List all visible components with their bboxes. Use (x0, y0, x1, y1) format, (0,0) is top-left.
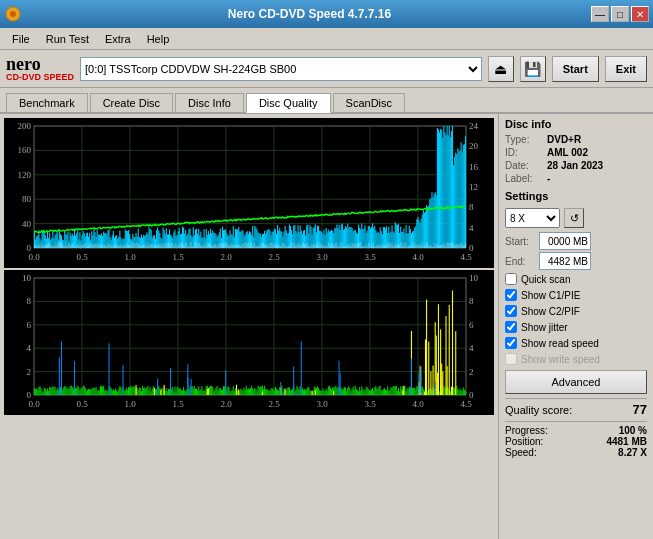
svg-point-1 (10, 11, 16, 17)
tab-create-disc[interactable]: Create Disc (90, 93, 173, 112)
menu-bar: File Run Test Extra Help (0, 28, 653, 50)
write-speed-row: Show write speed (505, 353, 647, 365)
jitter-row: Show jitter (505, 321, 647, 333)
tabs-bar: Benchmark Create Disc Disc Info Disc Qua… (0, 88, 653, 114)
progress-value: 100 % (619, 425, 647, 436)
cd-dvd-text: CD-DVD SPEED (6, 73, 74, 82)
maximize-button[interactable]: □ (611, 6, 629, 22)
app-icon (4, 5, 22, 23)
read-speed-label: Show read speed (521, 338, 599, 349)
menu-file[interactable]: File (4, 31, 38, 47)
right-panel: Disc info Type: DVD+R ID: AML 002 Date: … (498, 114, 653, 539)
nero-text: nero (6, 55, 41, 73)
window-title: Nero CD-DVD Speed 4.7.7.16 (28, 7, 591, 21)
speed-row: Speed: 8.27 X (505, 447, 647, 458)
quick-scan-checkbox[interactable] (505, 273, 517, 285)
main-content: Disc info Type: DVD+R ID: AML 002 Date: … (0, 114, 653, 539)
position-value: 4481 MB (606, 436, 647, 447)
start-mb-label: Start: (505, 236, 535, 247)
jitter-checkbox[interactable] (505, 321, 517, 333)
top-chart (4, 118, 494, 268)
tab-benchmark[interactable]: Benchmark (6, 93, 88, 112)
c1pie-row: Show C1/PIE (505, 289, 647, 301)
toolbar: nero CD-DVD SPEED [0:0] TSSTcorp CDDVDW … (0, 50, 653, 88)
end-mb-input[interactable] (539, 252, 591, 270)
write-speed-checkbox[interactable] (505, 353, 517, 365)
tab-disc-quality[interactable]: Disc Quality (246, 93, 331, 113)
read-speed-row: Show read speed (505, 337, 647, 349)
eject-icon[interactable]: ⏏ (488, 56, 514, 82)
disc-info-title: Disc info (505, 118, 647, 130)
quality-score: 77 (633, 402, 647, 417)
speed-settings-row: 8 X Max 2 X 4 X ↺ (505, 208, 647, 228)
date-value: 28 Jan 2023 (547, 160, 603, 171)
disc-id-row: ID: AML 002 (505, 147, 647, 158)
minimize-button[interactable]: — (591, 6, 609, 22)
id-value: AML 002 (547, 147, 588, 158)
tab-disc-info[interactable]: Disc Info (175, 93, 244, 112)
progress-label: Progress: (505, 425, 548, 436)
disc-date-row: Date: 28 Jan 2023 (505, 160, 647, 171)
bottom-chart (4, 270, 494, 415)
quality-row: Quality score: 77 (505, 398, 647, 417)
progress-section: Progress: 100 % Position: 4481 MB Speed:… (505, 421, 647, 458)
c2pif-label: Show C2/PIF (521, 306, 580, 317)
quick-scan-label: Quick scan (521, 274, 570, 285)
start-mb-input[interactable] (539, 232, 591, 250)
write-speed-label: Show write speed (521, 354, 600, 365)
title-bar: Nero CD-DVD Speed 4.7.7.16 — □ ✕ (0, 0, 653, 28)
menu-help[interactable]: Help (139, 31, 178, 47)
settings-title: Settings (505, 190, 647, 202)
disc-label-row: Label: - (505, 173, 647, 184)
nero-logo: nero CD-DVD SPEED (6, 55, 74, 82)
quick-scan-row: Quick scan (505, 273, 647, 285)
chart-area (0, 114, 498, 539)
id-label: ID: (505, 147, 543, 158)
start-mb-row: Start: (505, 232, 647, 250)
label-label: Label: (505, 173, 543, 184)
c1pie-label: Show C1/PIE (521, 290, 580, 301)
end-mb-label: End: (505, 256, 535, 267)
start-button[interactable]: Start (552, 56, 599, 82)
save-icon[interactable]: 💾 (520, 56, 546, 82)
speed-label: Speed: (505, 447, 537, 458)
exit-button[interactable]: Exit (605, 56, 647, 82)
speed-value: 8.27 X (618, 447, 647, 458)
quality-label: Quality score: (505, 404, 572, 416)
end-mb-row: End: (505, 252, 647, 270)
advanced-button[interactable]: Advanced (505, 370, 647, 394)
read-speed-checkbox[interactable] (505, 337, 517, 349)
label-value: - (547, 173, 550, 184)
speed-select[interactable]: 8 X Max 2 X 4 X (505, 208, 560, 228)
drive-select[interactable]: [0:0] TSSTcorp CDDVDW SH-224GB SB00 (80, 57, 482, 81)
disc-type-row: Type: DVD+R (505, 134, 647, 145)
c1pie-checkbox[interactable] (505, 289, 517, 301)
menu-run-test[interactable]: Run Test (38, 31, 97, 47)
type-value: DVD+R (547, 134, 581, 145)
tab-scan-disc[interactable]: ScanDisc (333, 93, 405, 112)
type-label: Type: (505, 134, 543, 145)
window-controls: — □ ✕ (591, 6, 649, 22)
c2pif-checkbox[interactable] (505, 305, 517, 317)
refresh-button[interactable]: ↺ (564, 208, 584, 228)
position-row: Position: 4481 MB (505, 436, 647, 447)
date-label: Date: (505, 160, 543, 171)
jitter-label: Show jitter (521, 322, 568, 333)
menu-extra[interactable]: Extra (97, 31, 139, 47)
close-button[interactable]: ✕ (631, 6, 649, 22)
position-label: Position: (505, 436, 543, 447)
progress-row: Progress: 100 % (505, 425, 647, 436)
c2pif-row: Show C2/PIF (505, 305, 647, 317)
